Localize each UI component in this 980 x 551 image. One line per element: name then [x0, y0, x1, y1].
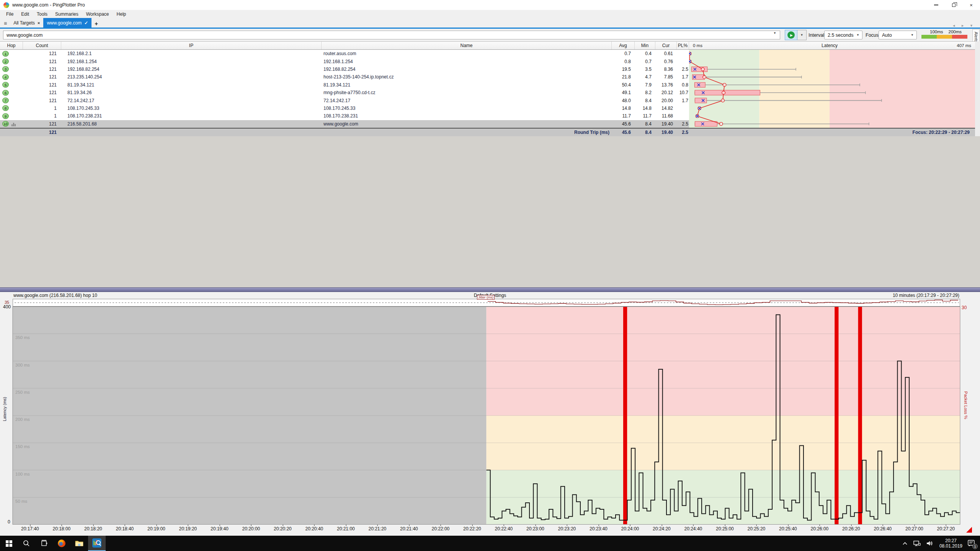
table-row[interactable]: 3121192.168.82.254192.168.82.25419.53.58…	[0, 65, 689, 73]
cell-name: router.asus.com	[322, 51, 612, 56]
cell-min: 11.7	[635, 113, 655, 119]
latency-minigraph[interactable]	[689, 50, 975, 128]
x-tick-label: 20:21:40	[400, 526, 418, 531]
table-row[interactable]: 1121192.168.2.1router.asus.com0.70.40.61	[0, 50, 689, 57]
tray-chevron-up-icon[interactable]	[900, 536, 910, 551]
menu-workspace[interactable]: Workspace	[82, 11, 113, 18]
col-header-min[interactable]: Min	[635, 42, 655, 49]
windows-logo-icon	[6, 540, 12, 547]
new-tab-button[interactable]: +	[91, 20, 101, 28]
svg-text:100 ms: 100 ms	[15, 472, 30, 476]
col-header-cur[interactable]: Cur	[655, 42, 677, 49]
tab-list-icon[interactable]: ▼	[970, 24, 973, 28]
file-explorer-taskbar-icon[interactable]	[70, 536, 88, 551]
x-tick-label: 20:27:20	[937, 526, 955, 531]
timeline-panel: www.google.com (216.58.201.68) hop 10 De…	[0, 292, 980, 536]
play-icon: ▶	[787, 31, 795, 39]
latency-column-title: Latency	[822, 43, 838, 48]
table-row[interactable]: 10121216.58.201.68www.google.com45.68.41…	[0, 120, 689, 128]
tab-www-google-com[interactable]: www.google.com ✓	[43, 18, 91, 28]
table-row[interactable]: 4121213.235.140.254host-213-235-140-254.…	[0, 73, 689, 81]
col-header-count[interactable]: Count	[23, 42, 61, 49]
hop-number-badge: 7	[2, 98, 9, 103]
cell-avg: 48.0	[612, 98, 635, 103]
svg-text:200 ms: 200 ms	[15, 417, 30, 422]
notification-count-badge: 1	[972, 544, 978, 549]
target-dropdown-icon[interactable]: ▼	[773, 31, 776, 35]
toolbar: ▼ ▶ ▼ Interval 2.5 seconds ▼ Focus Auto …	[0, 29, 980, 41]
x-tick-label: 20:18:40	[116, 526, 134, 531]
table-row[interactable]: 712172.14.242.1772.14.242.1748.08.420.00…	[0, 96, 689, 104]
menu-help[interactable]: Help	[113, 11, 130, 18]
cell-count: 121	[23, 51, 61, 56]
summary-pl: 2.5	[677, 130, 689, 135]
restore-button[interactable]	[945, 0, 962, 10]
chevron-down-icon: ▼	[911, 33, 916, 37]
start-button[interactable]	[0, 536, 18, 551]
col-header-hop[interactable]: Hop	[0, 42, 23, 49]
timeline-end-marker-icon	[966, 527, 972, 533]
start-trace-button[interactable]: ▶	[785, 30, 797, 40]
volume-tray-icon[interactable]	[923, 536, 936, 551]
cell-count: 121	[23, 59, 61, 64]
cell-count: 121	[23, 121, 61, 127]
focus-select[interactable]: Auto ▼	[879, 31, 917, 39]
x-tick-label: 20:22:40	[495, 526, 513, 531]
tab-close-icon[interactable]: ×	[38, 21, 40, 25]
table-row[interactable]: 2121192.168.1.254192.168.1.2540.80.70.76	[0, 57, 689, 65]
x-tick-label: 20:26:40	[874, 526, 892, 531]
menu-file[interactable]: File	[2, 11, 17, 18]
table-header: Hop Count IP Name Avg Min Cur PL% 0 ms L…	[0, 41, 975, 50]
tab-scroll-left-icon[interactable]: ◄	[952, 24, 956, 28]
alerts-label: Alerts	[974, 32, 978, 42]
menu-summaries[interactable]: Summaries	[51, 11, 82, 18]
svg-text:350 ms: 350 ms	[15, 335, 30, 340]
x-tick-label: 20:17:40	[21, 526, 39, 531]
network-tray-icon[interactable]	[910, 536, 923, 551]
action-center-button[interactable]: 1	[965, 536, 980, 551]
tab-scroll-right-icon[interactable]: ►	[961, 24, 964, 28]
col-header-pl[interactable]: PL%	[677, 42, 689, 49]
cell-cur: 7.85	[655, 74, 677, 80]
target-address-input[interactable]	[3, 31, 780, 39]
table-row[interactable]: 612181.19.34.26mng-phsite-a7750.cd-t.cz4…	[0, 89, 689, 96]
pane-splitter-handle[interactable]	[0, 287, 980, 292]
hamburger-menu-icon[interactable]: ≡	[0, 20, 10, 28]
cell-ip: 213.235.140.254	[61, 74, 322, 80]
menu-tools[interactable]: Tools	[33, 11, 51, 18]
close-button[interactable]: ×	[962, 0, 980, 10]
tab-google-label: www.google.com	[47, 20, 82, 26]
taskbar-search-button[interactable]	[18, 536, 35, 551]
x-tick-label: 20:27:00	[905, 526, 923, 531]
summary-label: Round Trip (ms)	[322, 130, 612, 135]
minimize-button[interactable]	[927, 0, 945, 10]
menu-edit[interactable]: Edit	[17, 11, 33, 18]
table-row[interactable]: 81108.170.245.33108.170.245.3314.814.814…	[0, 104, 689, 112]
hop-number-badge: 9	[2, 113, 9, 119]
col-header-ip[interactable]: IP	[61, 42, 322, 49]
x-tick-label: 20:19:00	[147, 526, 165, 531]
col-header-latency[interactable]: 0 ms Latency 407 ms	[689, 42, 975, 49]
table-row[interactable]: 91108.170.238.231108.170.238.23111.711.7…	[0, 112, 689, 120]
taskbar-clock[interactable]: 20:27 08.01.2019	[936, 536, 965, 551]
interval-select[interactable]: 2.5 seconds ▼	[824, 31, 862, 39]
tab-all-targets[interactable]: All Targets ×	[10, 18, 43, 28]
cell-avg: 0.7	[612, 51, 635, 56]
cell-min: 0.4	[635, 51, 655, 56]
legend-red-segment	[952, 35, 967, 39]
cell-min: 14.8	[635, 106, 655, 111]
task-view-button[interactable]	[35, 536, 53, 551]
timeline-target-title: www.google.com (216.58.201.68) hop 10	[13, 293, 97, 298]
pingplotter-taskbar-icon[interactable]	[88, 536, 106, 551]
trace-options-dropdown[interactable]: ▼	[797, 30, 807, 40]
tab-all-targets-label: All Targets	[13, 20, 35, 26]
x-tick-label: 20:25:20	[748, 526, 766, 531]
timeline-range-title[interactable]: 10 minutes (20:17:29 - 20:27:29)	[893, 293, 959, 298]
table-row[interactable]: 512181.19.34.12181.19.34.12150.47.913.76…	[0, 81, 689, 89]
cell-min: 8.4	[635, 121, 655, 127]
firefox-taskbar-icon[interactable]	[53, 536, 70, 551]
latency-timeline-graph[interactable]: 350 ms300 ms250 ms200 ms150 ms100 ms50 m…	[0, 306, 980, 525]
cell-pl: 0.8	[677, 82, 689, 88]
col-header-name[interactable]: Name	[322, 42, 612, 49]
col-header-avg[interactable]: Avg	[612, 42, 635, 49]
